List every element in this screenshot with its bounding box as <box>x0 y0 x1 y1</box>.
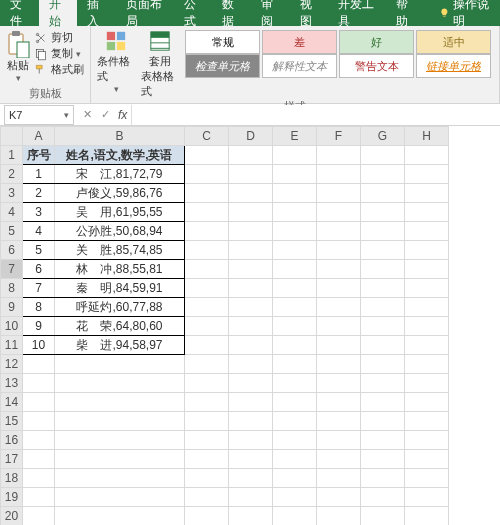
cell-H12[interactable] <box>405 355 449 374</box>
menu-file[interactable]: 文件 <box>0 0 39 26</box>
cell-F12[interactable] <box>317 355 361 374</box>
row-header-20[interactable]: 20 <box>1 507 23 526</box>
cell-style-neutral[interactable]: 适中 <box>416 30 491 54</box>
menu-view[interactable]: 视图 <box>290 0 329 26</box>
cell-style-bad[interactable]: 差 <box>262 30 337 54</box>
cell-style-normal[interactable]: 常规 <box>185 30 260 54</box>
cell-H6[interactable] <box>405 241 449 260</box>
cell-D3[interactable] <box>229 184 273 203</box>
menu-tell-me[interactable]: 操作说明 <box>429 0 500 26</box>
row-header-6[interactable]: 6 <box>1 241 23 260</box>
cell-B20[interactable] <box>55 507 185 526</box>
cell-F2[interactable] <box>317 165 361 184</box>
cell-A8[interactable]: 7 <box>23 279 55 298</box>
cell-G17[interactable] <box>361 450 405 469</box>
cell-B13[interactable] <box>55 374 185 393</box>
cell-F9[interactable] <box>317 298 361 317</box>
menu-insert[interactable]: 插入 <box>77 0 116 26</box>
cell-G4[interactable] <box>361 203 405 222</box>
cell-G11[interactable] <box>361 336 405 355</box>
cell-E9[interactable] <box>273 298 317 317</box>
cell-G10[interactable] <box>361 317 405 336</box>
select-all-corner[interactable] <box>1 127 23 146</box>
cell-D1[interactable] <box>229 146 273 165</box>
menu-layout[interactable]: 页面布局 <box>116 0 173 26</box>
cell-H14[interactable] <box>405 393 449 412</box>
cell-G15[interactable] <box>361 412 405 431</box>
cell-G13[interactable] <box>361 374 405 393</box>
cell-G7[interactable] <box>361 260 405 279</box>
cell-C13[interactable] <box>185 374 229 393</box>
cell-H9[interactable] <box>405 298 449 317</box>
row-header-5[interactable]: 5 <box>1 222 23 241</box>
cell-A11[interactable]: 10 <box>23 336 55 355</box>
cell-F8[interactable] <box>317 279 361 298</box>
cell-D19[interactable] <box>229 488 273 507</box>
cell-H16[interactable] <box>405 431 449 450</box>
cell-C6[interactable] <box>185 241 229 260</box>
row-header-4[interactable]: 4 <box>1 203 23 222</box>
cell-D10[interactable] <box>229 317 273 336</box>
cell-B7[interactable]: 林 冲,88,55,81 <box>55 260 185 279</box>
cell-F11[interactable] <box>317 336 361 355</box>
fx-icon[interactable]: fx <box>118 108 127 122</box>
cell-D15[interactable] <box>229 412 273 431</box>
row-header-2[interactable]: 2 <box>1 165 23 184</box>
paste-dropdown[interactable]: ▾ <box>16 73 21 83</box>
cell-G19[interactable] <box>361 488 405 507</box>
paste-button[interactable]: 粘贴 ▾ <box>6 30 30 83</box>
cell-H4[interactable] <box>405 203 449 222</box>
cell-style-explain[interactable]: 解释性文本 <box>262 54 337 78</box>
row-header-10[interactable]: 10 <box>1 317 23 336</box>
cell-B9[interactable]: 呼延灼,60,77,88 <box>55 298 185 317</box>
cell-G2[interactable] <box>361 165 405 184</box>
cell-B3[interactable]: 卢俊义,59,86,76 <box>55 184 185 203</box>
cell-B11[interactable]: 柴 进,94,58,97 <box>55 336 185 355</box>
cell-E2[interactable] <box>273 165 317 184</box>
cell-D8[interactable] <box>229 279 273 298</box>
cell-E1[interactable] <box>273 146 317 165</box>
cell-B19[interactable] <box>55 488 185 507</box>
cell-H15[interactable] <box>405 412 449 431</box>
format-painter-button[interactable]: 格式刷 <box>34 62 84 77</box>
cut-button[interactable]: 剪切 <box>34 30 84 45</box>
row-header-19[interactable]: 19 <box>1 488 23 507</box>
cell-F13[interactable] <box>317 374 361 393</box>
cell-D18[interactable] <box>229 469 273 488</box>
cell-B18[interactable] <box>55 469 185 488</box>
menu-formulas[interactable]: 公式 <box>174 0 213 26</box>
cell-H8[interactable] <box>405 279 449 298</box>
cell-D17[interactable] <box>229 450 273 469</box>
cell-B16[interactable] <box>55 431 185 450</box>
row-header-3[interactable]: 3 <box>1 184 23 203</box>
cell-H3[interactable] <box>405 184 449 203</box>
cell-E13[interactable] <box>273 374 317 393</box>
cell-H2[interactable] <box>405 165 449 184</box>
cell-A15[interactable] <box>23 412 55 431</box>
col-header-G[interactable]: G <box>361 127 405 146</box>
col-header-F[interactable]: F <box>317 127 361 146</box>
cell-A7[interactable]: 6 <box>23 260 55 279</box>
table-format-button[interactable]: 套用 表格格式 <box>141 30 179 99</box>
cell-F18[interactable] <box>317 469 361 488</box>
menu-devtools[interactable]: 开发工具 <box>328 0 385 26</box>
name-box[interactable]: K7 ▾ <box>4 105 74 125</box>
cell-style-warn[interactable]: 警告文本 <box>339 54 414 78</box>
cell-F5[interactable] <box>317 222 361 241</box>
cell-C15[interactable] <box>185 412 229 431</box>
cell-D4[interactable] <box>229 203 273 222</box>
cell-A1[interactable]: 序号 <box>23 146 55 165</box>
row-header-17[interactable]: 17 <box>1 450 23 469</box>
cell-C4[interactable] <box>185 203 229 222</box>
cell-E14[interactable] <box>273 393 317 412</box>
menu-help[interactable]: 帮助 <box>386 0 425 26</box>
cell-A13[interactable] <box>23 374 55 393</box>
cell-A18[interactable] <box>23 469 55 488</box>
row-header-8[interactable]: 8 <box>1 279 23 298</box>
cell-E5[interactable] <box>273 222 317 241</box>
cell-A4[interactable]: 3 <box>23 203 55 222</box>
cell-G20[interactable] <box>361 507 405 526</box>
cell-F19[interactable] <box>317 488 361 507</box>
cell-A3[interactable]: 2 <box>23 184 55 203</box>
cell-F7[interactable] <box>317 260 361 279</box>
